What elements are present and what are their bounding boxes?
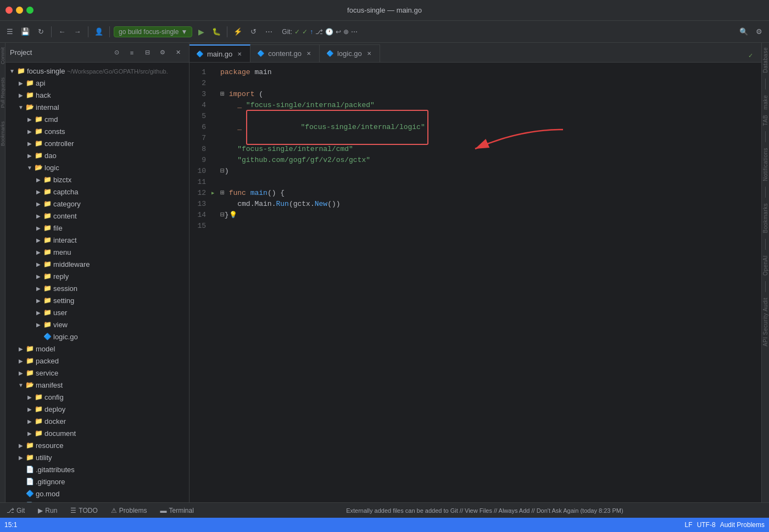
- run-icon[interactable]: ▶: [194, 25, 208, 38]
- captcha-folder-icon: 📁: [43, 187, 52, 196]
- bottom-notification: Externally added files can be added to G…: [205, 507, 765, 514]
- tab-contentgo[interactable]: 🔷 content.go ✕: [250, 44, 320, 62]
- tree-item-bizctx[interactable]: ▶ 📁 bizctx: [5, 173, 189, 186]
- tree-item-file[interactable]: ▶ 📁 file: [5, 222, 189, 234]
- tree-item-docker[interactable]: ▶ 📁 docker: [5, 415, 189, 427]
- captcha-arrow-icon: ▶: [34, 187, 43, 196]
- tab-maingo[interactable]: 🔷 main.go ✕: [190, 44, 250, 62]
- tree-item-interact[interactable]: ▶ 📁 interact: [5, 234, 189, 246]
- api-folder-icon: 📁: [25, 79, 34, 87]
- tree-item-internal[interactable]: ▼ 📂 internal: [5, 101, 189, 113]
- status-position[interactable]: 15:1: [4, 521, 17, 529]
- menu-label: menu: [53, 248, 185, 256]
- tree-item-document[interactable]: ▶ 📁 document: [5, 427, 189, 439]
- status-charset[interactable]: UTF-8: [697, 521, 716, 529]
- debug-icon[interactable]: 🐛: [210, 25, 223, 38]
- search-icon[interactable]: ⚡: [231, 25, 244, 38]
- hamburger-icon[interactable]: ☰: [3, 25, 16, 38]
- tree-item-manifest[interactable]: ▼ 📂 manifest: [5, 379, 189, 391]
- sidebar-expand-icon[interactable]: ≡: [125, 46, 138, 59]
- tree-item-dao[interactable]: ▶ 📁 dao: [5, 149, 189, 161]
- openai-panel-label[interactable]: OpenAI: [762, 253, 768, 278]
- sidebar-collapse-icon[interactable]: ⊟: [141, 46, 154, 59]
- settings-icon[interactable]: ⚙: [753, 25, 766, 38]
- tree-item-gitattributes[interactable]: ▶ 📄 .gitattributes: [5, 463, 189, 475]
- tab-contentgo-close[interactable]: ✕: [305, 50, 313, 58]
- tree-item-hack[interactable]: ▶ 📁 hack: [5, 89, 189, 101]
- security-panel-label[interactable]: API Security Audit: [762, 295, 768, 349]
- tree-item-session[interactable]: ▶ 📁 session: [5, 282, 189, 294]
- tree-item-content[interactable]: ▶ 📁 content: [5, 210, 189, 222]
- tree-item-middleware[interactable]: ▶ 📁 middleware: [5, 258, 189, 270]
- tree-item-config[interactable]: ▶ 📁 config: [5, 391, 189, 403]
- tab-maingo-close[interactable]: ✕: [236, 50, 243, 58]
- tree-item-setting[interactable]: ▶ 📁 setting: [5, 294, 189, 306]
- tab-panel-label[interactable]: TAB: [762, 113, 768, 128]
- more-icon[interactable]: ⋯: [262, 25, 275, 38]
- model-label: model: [36, 345, 185, 353]
- tree-item-captcha[interactable]: ▶ 📁 captcha: [5, 186, 189, 198]
- tree-item-controller[interactable]: ▶ 📁 controller: [5, 137, 189, 149]
- sidebar-scope-icon[interactable]: ⊙: [110, 46, 123, 59]
- tree-item-utility[interactable]: ▶ 📁 utility: [5, 451, 189, 463]
- close-button[interactable]: [5, 7, 13, 14]
- back-icon[interactable]: ←: [55, 25, 69, 38]
- middleware-folder-icon: 📁: [43, 260, 52, 268]
- tree-item-model[interactable]: ▶ 📁 model: [5, 343, 189, 355]
- tree-item-logic-go[interactable]: ▶ 🔷 logic.go: [5, 331, 189, 343]
- maximize-button[interactable]: [26, 7, 34, 14]
- minimize-button[interactable]: [16, 7, 23, 14]
- tree-item-service[interactable]: ▶ 📁 service: [5, 367, 189, 379]
- tree-item-deploy[interactable]: ▶ 📁 deploy: [5, 403, 189, 415]
- terminal-tab[interactable]: ▬ Terminal: [158, 503, 196, 518]
- sidebar-settings-icon[interactable]: ⚙: [156, 46, 169, 59]
- save-icon[interactable]: 💾: [19, 25, 32, 38]
- status-lf[interactable]: LF: [685, 521, 693, 529]
- forward-icon[interactable]: →: [71, 25, 84, 38]
- problems-tab[interactable]: ⚠ Problems: [109, 503, 149, 518]
- build-run-button[interactable]: go build focus-single ▼: [114, 26, 192, 37]
- sync-icon[interactable]: ↻: [34, 25, 47, 38]
- tree-item-gomod[interactable]: ▶ 🔷 go.mod: [5, 488, 189, 500]
- tree-root[interactable]: ▼ 📁 focus-single ~/Workspace/Go/GOPATH/s…: [5, 65, 189, 77]
- pull-requests-label[interactable]: Pull Requests: [0, 77, 5, 108]
- tree-item-logic[interactable]: ▼ 📂 logic: [5, 161, 189, 173]
- tree-item-menu[interactable]: ▶ 📁 menu: [5, 246, 189, 258]
- commit-label[interactable]: Commit: [0, 47, 5, 64]
- tree-item-category[interactable]: ▶ 📁 category: [5, 198, 189, 210]
- sidebar-close-icon[interactable]: ✕: [171, 46, 185, 59]
- search-top-icon[interactable]: 🔍: [737, 25, 750, 38]
- toolbar: ☰ 💾 ↻ ← → 👤 go build focus-single ▼ ▶ 🐛 …: [0, 21, 769, 43]
- bookmarks-label[interactable]: Bookmarks: [0, 121, 5, 146]
- database-panel-label[interactable]: Database: [762, 45, 768, 75]
- sidebar-header-icons[interactable]: ⊙ ≡ ⊟ ⚙ ✕: [110, 46, 185, 59]
- tree-item-resource[interactable]: ▶ 📁 resource: [5, 439, 189, 451]
- bookmarks-panel-label[interactable]: Bookmarks: [762, 201, 768, 236]
- tree-item-consts[interactable]: ▶ 📁 consts: [5, 125, 189, 137]
- make-panel-label[interactable]: make: [762, 93, 768, 111]
- file-arrow-icon: ▶: [34, 223, 43, 232]
- window-controls[interactable]: [5, 7, 34, 14]
- tab-logicgo[interactable]: 🔷 logic.go ✕: [320, 44, 380, 62]
- user-icon[interactable]: 👤: [92, 25, 105, 38]
- internal-arrow-icon: ▼: [16, 103, 25, 111]
- cmd-folder-icon: 📁: [34, 115, 43, 124]
- notifications-panel-label[interactable]: Notifications: [762, 145, 768, 183]
- run-tab[interactable]: ▶ Run: [36, 503, 59, 518]
- tree-item-cmd[interactable]: ▶ 📁 cmd: [5, 113, 189, 125]
- undo-icon[interactable]: ↺: [247, 25, 260, 38]
- hack-folder-icon: 📁: [25, 91, 34, 99]
- code-content[interactable]: package main ⊞ import ( _ "focus-single/…: [211, 63, 761, 502]
- status-audit[interactable]: Audit Problems: [720, 521, 765, 529]
- tree-item-gitignore[interactable]: ▶ 📄 .gitignore: [5, 475, 189, 488]
- tree-item-packed[interactable]: ▶ 📁 packed: [5, 355, 189, 367]
- interact-arrow-icon: ▶: [34, 236, 43, 244]
- tab-logicgo-close[interactable]: ✕: [365, 50, 373, 58]
- tree-item-view[interactable]: ▶ 📁 view: [5, 318, 189, 331]
- tree-item-reply[interactable]: ▶ 📁 reply: [5, 270, 189, 282]
- todo-tab[interactable]: ☰ TODO: [68, 503, 99, 518]
- root-arrow-icon: ▼: [8, 66, 16, 75]
- tree-item-user[interactable]: ▶ 📁 user: [5, 306, 189, 318]
- tree-item-api[interactable]: ▶ 📁 api: [5, 77, 189, 89]
- git-tab[interactable]: ⎇ Git: [4, 503, 27, 518]
